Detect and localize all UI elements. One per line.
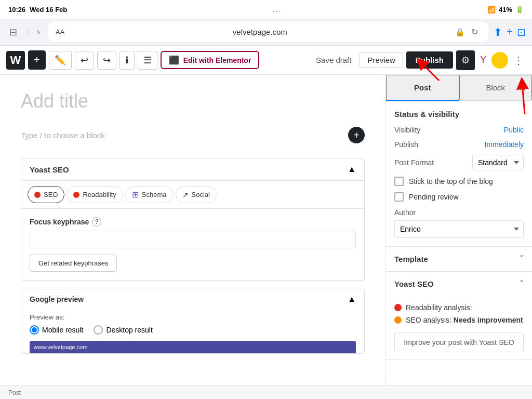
visibility-row: Visibility Public (394, 126, 524, 134)
yoast-collapse-icon: ▲ (348, 165, 356, 174)
sticky-checkbox[interactable] (394, 177, 404, 186)
seo-analysis-dot (394, 316, 402, 324)
author-select[interactable]: Enrico Admin (394, 220, 524, 238)
brush-icon: ✏️ (55, 55, 66, 66)
post-format-label: Post Format (394, 158, 434, 167)
block-placeholder-text: Type / to choose a block (21, 131, 105, 140)
bottom-status-bar: Post (0, 385, 532, 399)
mobile-label: Mobile result (42, 326, 83, 334)
close-icon: ✕ (518, 82, 527, 94)
google-preview-panel: Google preview ▲ Preview as: Mobile resu… (21, 289, 365, 354)
redo-button[interactable]: ↪ (97, 51, 116, 70)
tabs-button[interactable]: ⊡ (517, 26, 526, 38)
info-button[interactable]: ℹ (119, 51, 135, 70)
edit-brush-button[interactable]: ✏️ (49, 51, 72, 70)
yoast-button[interactable]: Y (478, 52, 488, 68)
bolt-icon: ⚡ (495, 55, 505, 65)
wordpress-logo: W (6, 51, 25, 70)
publish-button[interactable]: Publish (406, 51, 453, 69)
yoast-tab-social[interactable]: ↗ Social (176, 186, 217, 203)
tab-post[interactable]: Post (386, 75, 459, 100)
yoast-tab-schema[interactable]: ⊞ Schema (125, 186, 174, 203)
sticky-row: Stick to the top of the blog (394, 177, 524, 186)
template-title: Template (394, 255, 428, 263)
readability-dot (73, 192, 79, 198)
help-icon[interactable]: ? (92, 217, 101, 227)
preview-button[interactable]: Preview (360, 52, 403, 68)
save-draft-button[interactable]: Save draft (311, 52, 356, 68)
lock-icon: 🔒 (455, 28, 465, 37)
readability-analysis-text: Readability analysis: (406, 303, 472, 312)
refresh-button[interactable]: ↻ (468, 25, 481, 39)
visibility-value[interactable]: Public (504, 126, 524, 134)
pending-checkbox[interactable] (394, 192, 404, 202)
aa-text: AA (56, 28, 64, 36)
browser-actions: ⬆ + ⊡ (494, 26, 526, 38)
seo-dot (34, 192, 41, 198)
main-area: Add title Type / to choose a block + Yoa… (0, 75, 532, 385)
close-sidebar-button[interactable]: ✕ (518, 82, 527, 94)
readability-tab-label: Readability (83, 191, 116, 198)
focus-keyphrase-label: Focus keyphrase ? (30, 217, 356, 227)
more-options-button[interactable]: ⋮ (511, 52, 526, 69)
list-icon: ☰ (143, 55, 152, 66)
browser-bar: ⊟ ‹ › AA velvetpage.com 🔒 ↻ ⬆ + ⊡ (0, 19, 532, 46)
add-block-inline-button[interactable]: + (348, 127, 365, 143)
yoast-panel-header[interactable]: Yoast SEO ▲ (21, 158, 364, 181)
post-format-row: Post Format Standard Aside Image Video (394, 155, 524, 170)
post-format-select[interactable]: Standard Aside Image Video (472, 155, 524, 170)
schema-tab-label: Schema (142, 191, 167, 198)
battery-status: 41% (499, 6, 512, 14)
forward-button[interactable]: › (34, 24, 43, 40)
post-title-input[interactable]: Add title (21, 90, 365, 112)
mobile-result-option[interactable]: Mobile result (30, 325, 83, 335)
visibility-label: Visibility (394, 126, 420, 134)
preview-as-label: Preview as: (21, 309, 364, 325)
pending-label: Pending review (409, 193, 459, 201)
undo-button[interactable]: ↩ (75, 51, 94, 70)
status-bar-right: 📶 41% 🔋 (487, 6, 524, 14)
yoast-sidebar-chevron: ˄ (520, 279, 524, 289)
google-preview-title: Google preview (30, 295, 84, 303)
desktop-label: Desktop result (106, 326, 152, 334)
edit-with-elementor-button[interactable]: ⬛ Edit with Elementor (161, 51, 260, 69)
toolbar-actions: Save draft Preview Publish ⚙ Y ⚡ ⋮ (311, 50, 526, 70)
status-visibility-section: Status & visibility Visibility Public Pu… (386, 101, 532, 247)
url-bar[interactable]: AA velvetpage.com 🔒 ↻ (48, 22, 488, 42)
yoast-sidebar-header[interactable]: Yoast SEO ˄ (386, 272, 532, 296)
back-button[interactable]: ‹ (22, 24, 32, 40)
new-tab-button[interactable]: + (507, 26, 513, 38)
sidebar-toggle-button[interactable]: ⊟ (6, 24, 20, 40)
yoast-sidebar-content: Readability analysis: SEO analysis: Need… (386, 296, 532, 360)
yoast-tab-seo[interactable]: SEO (28, 186, 64, 203)
performance-button[interactable]: ⚡ (491, 52, 508, 69)
add-block-toolbar-button[interactable]: + (28, 50, 46, 70)
info-icon: ℹ (125, 55, 129, 66)
yoast-icon: Y (480, 55, 486, 65)
author-label: Author (394, 208, 416, 217)
get-related-keyphrases-button[interactable]: Get related keyphrases (30, 255, 117, 272)
template-section-header[interactable]: Template ˅ (386, 247, 532, 272)
seo-tab-label: SEO (44, 191, 58, 198)
wp-logo-text: W (10, 54, 21, 67)
list-view-button[interactable]: ☰ (138, 51, 157, 70)
share-button[interactable]: ⬆ (494, 26, 502, 38)
schema-icon: ⊞ (132, 190, 139, 200)
yoast-sidebar-title: Yoast SEO (394, 280, 434, 288)
readability-analysis-dot (394, 304, 402, 311)
template-chevron: ˅ (520, 254, 524, 264)
more-icon: ⋮ (513, 55, 524, 66)
google-preview-header[interactable]: Google preview ▲ (21, 289, 364, 309)
signal-icon: 📶 (487, 6, 496, 14)
improve-yoast-button[interactable]: Improve your post with Yoast SEO (394, 332, 524, 352)
yoast-tab-readability[interactable]: Readability (66, 186, 123, 203)
publish-value[interactable]: Immediately (485, 140, 524, 149)
settings-button[interactable]: ⚙ (456, 50, 475, 70)
desktop-result-option[interactable]: Desktop result (94, 325, 152, 335)
post-label: Post (8, 389, 21, 396)
editor-area[interactable]: Add title Type / to choose a block + Yoa… (0, 75, 385, 385)
plus-icon: + (34, 54, 40, 66)
url-preview-text: www.velvetpage.com (34, 344, 87, 350)
focus-keyphrase-input[interactable] (30, 231, 356, 248)
focus-keyphrase-text: Focus keyphrase (30, 218, 89, 226)
